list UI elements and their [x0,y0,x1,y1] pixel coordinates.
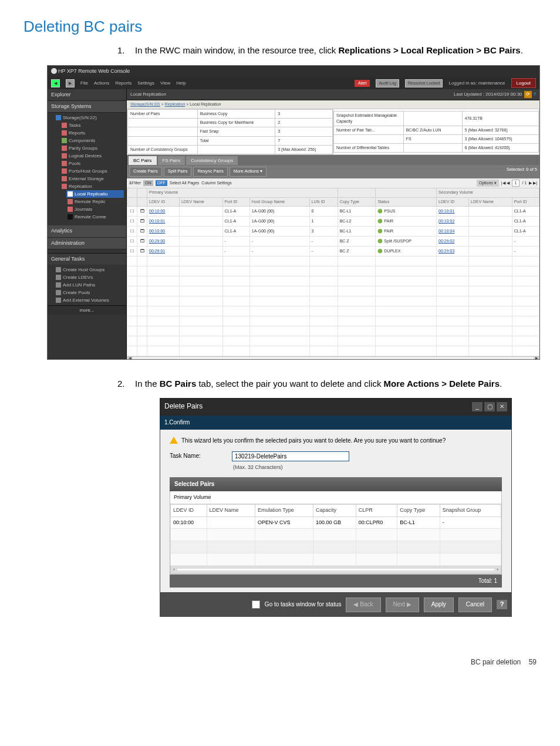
general-tasks-list: Create Host GroupsCreate LDEVsAdd LUN Pa… [48,265,126,305]
footer-page: 59 [529,658,537,666]
tree-item[interactable]: Parity Groups [60,144,124,152]
general-task-item[interactable]: Create Host Groups [55,266,124,274]
administration-section[interactable]: Administration [48,238,126,249]
table-row[interactable]: ☐🗔00:29:01---BC Z🟢 DUPLEX00:29:03- [127,246,539,256]
more-link[interactable]: more... [48,305,126,315]
tree-item[interactable]: Remote Replic [66,198,124,205]
goto-tasks-label: Go to tasks window for status [265,600,342,609]
close-icon[interactable]: ✕ [497,402,507,411]
hp-logo-icon [51,68,57,74]
loggedin-text: Logged in as: maintenance [448,80,505,87]
confirm-message: This wizard lets you confirm the selecte… [170,437,502,445]
resourcelocked-button[interactable]: Resource Locked [405,79,443,87]
menu-settings[interactable]: Settings [137,80,154,87]
dialog-title: Delete Pairs [164,401,203,411]
filter-on[interactable]: ON [143,180,153,186]
breadcrumb: Storage(S/N:22) > Replication > Local Re… [127,100,539,109]
filter-label[interactable]: &Filter [129,180,141,186]
tab-consistency-groups[interactable]: Consistency Groups [186,156,238,166]
table-row[interactable]: ☐🗔00:29:00---BC Z🟢 Split /SUSPOP00:29:02… [127,236,539,246]
tab-bc-pairs[interactable]: BC Pairs [129,156,157,166]
page-heading: Deleting BC pairs [23,18,537,36]
tree-item[interactable]: Pools [60,160,124,167]
tree-item[interactable]: Replication [60,183,124,190]
selected-pairs-header: Selected Pairs [170,477,502,492]
logout-button[interactable]: Logout [511,78,536,89]
filter-off[interactable]: OFF [156,180,167,186]
back-button[interactable]: ◀ Back [346,598,380,612]
select-all-pages[interactable]: Select All Pages [170,180,200,186]
menu-help[interactable]: Help [176,80,185,87]
task-name-input[interactable] [232,451,349,461]
minimize-icon[interactable]: ⎯ [472,402,483,411]
general-task-item[interactable]: Create Pools [55,289,124,296]
more-actions-button[interactable]: More Actions ▾ [230,167,266,177]
general-task-item[interactable]: Add LUN Paths [55,281,124,289]
menu-reports[interactable]: Reports [115,80,131,87]
screenshot-main-window: HP XP7 Remote Web Console ◀▶ File Action… [47,65,540,360]
summary-grid: Number of PairsBusiness Copy3Business Co… [127,109,539,155]
crumb-replication[interactable]: Replication [165,102,185,106]
cancel-button[interactable]: Cancel [458,598,492,612]
create-pairs-button[interactable]: Create Pairs [129,167,162,177]
menu-file[interactable]: File [80,80,88,87]
refresh-icon[interactable]: ⟳ [524,91,532,98]
resync-pairs-button[interactable]: Resync Pairs [193,167,227,177]
general-task-item[interactable]: Create LDEVs [55,274,124,281]
tree-item[interactable]: Tasks [60,121,124,129]
options-button[interactable]: Options ▾ [477,180,499,187]
table-row[interactable]: ☐🗔00:10:00CL1-A1A-G00 (00)3BC-L1🟢 PAIR00… [127,226,539,236]
menu-actions[interactable]: Actions [94,80,109,87]
horizontal-scrollbar[interactable]: ◀▶ [127,356,539,359]
task-name-label: Task Name: [170,452,224,461]
tree-item[interactable]: Journals [66,205,124,213]
filter-bar: &Filter ON OFF Select All Pages Column S… [127,178,539,188]
dialog-scrollbar[interactable]: ‹› [170,566,501,574]
last-updated: Last Updated : 2014/02/19 00:30 [454,91,522,98]
menu-view[interactable]: View [160,80,170,87]
tab-fs-pairs[interactable]: FS Pairs [158,156,185,166]
auditlog-button[interactable]: Audit Log [376,79,399,87]
table-row[interactable]: ☐🗔00:10:00CL1-A1A-G00 (00)0BC-L1🟢 PSUS00… [127,206,539,216]
total-label: Total: 1 [170,575,502,588]
goto-tasks-checkbox[interactable] [252,600,260,609]
table-row[interactable]: 00:10:00OPEN-V CVS100.00 GB00:CLPR0BC-L1… [171,517,501,528]
tree-item[interactable]: Ports/Host Groups [60,167,124,175]
alert-badge[interactable]: Alert [355,80,370,87]
table-row[interactable]: ☐🗔00:10:01CL1-A1A-G00 (00)1BC-L2🟢 PAIR00… [127,216,539,226]
step-2: In the BC Pairs tab, select the pair you… [112,377,537,617]
tree-item[interactable]: Storage(S/N:22) [55,114,124,121]
page-input[interactable]: 1 [512,180,520,187]
tree-item[interactable]: Logical Devices [60,152,124,160]
tree-item[interactable]: Remote Conne [66,213,124,221]
pair-toolbar: Create Pairs Split Pairs Resync Pairs Mo… [127,165,539,178]
tree-item[interactable]: Local Replicatio [66,190,124,198]
dialog-footer: Go to tasks window for status ◀ Back Nex… [160,593,512,617]
tree-item[interactable]: External Storage [60,175,124,183]
step-1: In the RWC main window, in the resource … [112,44,537,360]
column-settings[interactable]: Column Settings [201,180,231,186]
selected-pairs-table: LDEV IDLDEV NameEmulation TypeCapacityCL… [170,504,501,565]
analytics-section[interactable]: Analytics [48,225,126,237]
explorer-header: Explorer [48,89,126,101]
dialog-help-icon[interactable]: ? [497,600,507,609]
page-prev[interactable]: |◀ ◀ [501,180,510,186]
tree-item[interactable]: Reports [60,129,124,137]
resource-tree[interactable]: Storage(S/N:22)TasksReportsComponentsPar… [48,113,126,222]
pair-table: Primary VolumeSecondary VolumeLDEV IDLDE… [127,188,539,356]
split-pairs-button[interactable]: Split Pairs [164,167,192,177]
wizard-step-label: 1.Confirm [160,416,512,430]
storage-systems-header: Storage Systems [48,101,126,113]
crumb-storage[interactable]: Storage(S/N:22) [130,102,160,106]
page-total: / 1 [522,180,527,186]
tree-item[interactable]: Components [60,137,124,144]
crumb-local-replication: Local Replication [190,102,221,106]
page-next[interactable]: ▶ ▶| [529,180,537,186]
help-icon[interactable]: ? [534,91,536,98]
maximize-icon[interactable]: ▢ [484,402,495,411]
page-footer: BC pair deletion 59 [23,658,537,666]
general-task-item[interactable]: Add External Volumes [55,296,124,304]
tab-bar: BC Pairs FS Pairs Consistency Groups [127,155,539,166]
apply-button[interactable]: Apply [424,598,454,612]
next-button[interactable]: Next ▶ [386,598,419,612]
